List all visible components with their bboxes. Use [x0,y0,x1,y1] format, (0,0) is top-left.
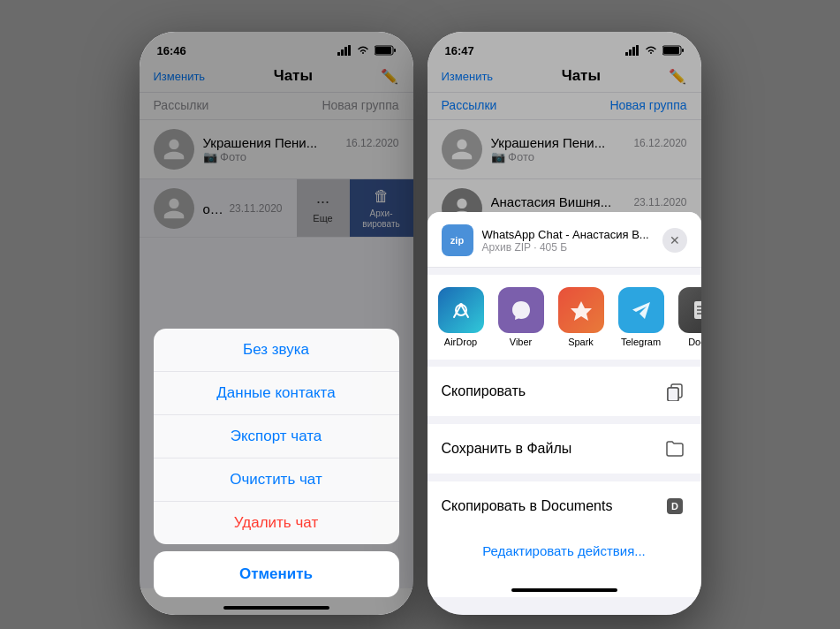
menu-clear-left[interactable]: Очистить чат [154,458,399,502]
menu-mute-left[interactable]: Без звука [154,329,399,372]
svg-text:D: D [671,501,678,512]
share-action-files[interactable]: Сохранить в Файлы [428,424,701,474]
doc-label: Doc... [688,337,700,347]
share-app-airdrop[interactable]: AirDrop [435,287,488,347]
menu-contact-left[interactable]: Данные контакта [154,372,399,415]
share-file-details: WhatsApp Chat - Анастасия В... Архив ZIP… [482,228,649,254]
viber-icon-svg [507,296,535,324]
share-file-size: Архив ZIP · 405 Б [482,241,649,254]
folder-icon [662,436,687,461]
share-apps-row: AirDrop Viber Spar [428,275,701,360]
share-header: zip WhatsApp Chat - Анастасия В... Архив… [428,212,701,268]
svg-point-15 [459,303,463,307]
telegram-label: Telegram [621,337,661,347]
telegram-icon-svg [627,296,655,324]
menu-delete-left[interactable]: Удалить чат [154,502,399,544]
doc-d-icon: D [662,494,687,519]
doc-icon-svg [687,296,701,324]
home-indicator-right [428,571,701,597]
right-phone: 16:47 [428,32,701,615]
files-label: Сохранить в Файлы [442,441,572,457]
airdrop-label: AirDrop [444,337,477,347]
doc-d-icon-svg: D [665,496,685,516]
cancel-btn-left[interactable]: Отменить [154,551,399,597]
folder-icon-svg [665,440,685,458]
edit-actions-link[interactable]: Редактировать действия... [428,531,701,571]
share-file-name: WhatsApp Chat - Анастасия В... [482,228,649,241]
copy-icon [662,379,687,404]
share-app-viber[interactable]: Viber [495,287,548,347]
spark-icon-svg [567,296,595,324]
share-close-btn[interactable]: ✕ [662,228,687,253]
viber-app-icon [498,287,544,333]
share-app-telegram[interactable]: Telegram [615,287,668,347]
viber-label: Viber [510,337,532,347]
menu-export-left[interactable]: Экспорт чата [154,415,399,458]
zip-icon: zip [442,224,473,256]
share-action-documents[interactable]: Скопировать в Documents D [428,481,701,531]
telegram-app-icon [618,287,664,333]
phones-container: 16:46 [140,14,701,615]
svg-rect-22 [668,388,678,401]
doc-app-icon [678,287,701,333]
left-phone: 16:46 [140,32,413,615]
share-file-info: zip WhatsApp Chat - Анастасия В... Архив… [442,224,649,256]
share-sheet: zip WhatsApp Chat - Анастасия В... Архив… [428,212,701,615]
copy-icon-svg [665,382,685,401]
share-app-doc[interactable]: Doc... [675,287,701,347]
share-app-spark[interactable]: Spark [555,287,608,347]
copy-label: Скопировать [442,383,526,399]
context-menu-left: Без звука Данные контакта Экспорт чата О… [154,329,399,544]
documents-label: Скопировать в Documents [442,498,613,514]
share-action-copy[interactable]: Скопировать [428,367,701,417]
spark-app-icon [558,287,604,333]
spark-label: Spark [568,337,594,347]
airdrop-app-icon [438,287,484,333]
airdrop-icon-svg [447,296,475,324]
home-bar-right [511,588,617,592]
